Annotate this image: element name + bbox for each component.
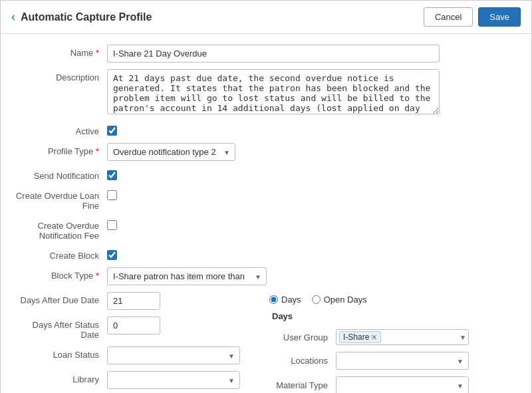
days-radio-group: Days Open Days — [269, 292, 518, 305]
block-type-control: I-Share patron has item more than 21 ▼ — [107, 267, 440, 285]
user-group-control: I-Share ✕ ▼ — [336, 329, 518, 345]
user-group-tag-input[interactable]: I-Share ✕ — [336, 329, 469, 345]
library-label: Library — [14, 371, 107, 384]
library-select-wrap: ▼ — [107, 371, 240, 389]
loan-status-select-wrap: ▼ — [107, 346, 240, 364]
user-group-tag: I-Share ✕ — [339, 331, 381, 343]
page-container: ‹ Automatic Capture Profile Cancel Save … — [0, 0, 532, 393]
open-days-radio[interactable] — [312, 295, 321, 304]
create-block-checkbox[interactable] — [107, 250, 117, 260]
material-type-control: ▼ — [336, 376, 518, 393]
create-block-control — [107, 247, 440, 260]
days-after-due-date-input[interactable] — [107, 292, 160, 310]
block-type-row: Block Type * I-Share patron has item mor… — [14, 267, 518, 285]
block-type-label: Block Type * — [14, 267, 107, 281]
page-title: Automatic Capture Profile — [21, 11, 152, 23]
send-notification-checkbox[interactable] — [107, 170, 117, 180]
create-block-label: Create Block — [14, 247, 107, 261]
loan-status-select[interactable] — [107, 346, 240, 364]
material-type-select[interactable] — [336, 376, 469, 393]
locations-select-wrap: ▼ — [336, 352, 469, 370]
days-after-status-date-row: Days After Status Date — [14, 317, 263, 340]
create-overdue-loan-fine-row: Create Overdue Loan Fine — [14, 188, 518, 211]
create-overdue-notification-fee-checkbox[interactable] — [107, 220, 117, 230]
save-button[interactable]: Save — [478, 7, 521, 27]
user-group-select-wrap: I-Share ✕ ▼ — [336, 329, 469, 345]
profile-type-select-wrap: Overdue notification type 1 Overdue noti… — [107, 143, 235, 161]
user-group-tag-remove[interactable]: ✕ — [371, 333, 377, 342]
create-block-row: Create Block — [14, 247, 518, 261]
header: ‹ Automatic Capture Profile Cancel Save — [1, 1, 531, 34]
send-notification-row: Send Notification — [14, 168, 518, 181]
active-row: Active — [14, 123, 518, 136]
loan-status-control: ▼ — [107, 346, 263, 364]
days-after-due-date-control — [107, 292, 263, 310]
days-radio-label[interactable]: Days — [269, 295, 301, 305]
name-control — [107, 45, 440, 63]
send-notification-control — [107, 168, 440, 180]
back-button[interactable]: ‹ — [11, 10, 15, 24]
days-after-status-date-control — [107, 317, 263, 334]
active-control — [107, 123, 440, 136]
create-overdue-loan-fine-control — [107, 188, 440, 200]
library-row: Library ▼ — [14, 371, 263, 389]
block-type-select-wrap: I-Share patron has item more than 21 ▼ — [107, 267, 267, 285]
profile-type-label: Profile Type * — [14, 143, 107, 156]
days-after-status-date-input[interactable] — [107, 317, 160, 334]
days-section-label: Days — [269, 311, 293, 321]
block-type-select[interactable]: I-Share patron has item more than 21 — [107, 267, 267, 285]
create-overdue-notification-fee-label: Create Overdue Notification Fee — [14, 217, 107, 241]
locations-label: Locations — [269, 356, 336, 366]
description-input[interactable]: At 21 days past due date, the second ove… — [107, 69, 440, 114]
cancel-button[interactable]: Cancel — [424, 7, 473, 27]
header-buttons: Cancel Save — [424, 7, 521, 27]
material-type-select-wrap: ▼ — [336, 376, 469, 393]
active-checkbox[interactable] — [107, 126, 117, 136]
locations-control: ▼ — [336, 352, 518, 370]
library-select[interactable] — [107, 371, 240, 389]
main-right: Days Open Days Days Us — [263, 292, 518, 393]
name-label: Name * — [14, 45, 107, 58]
locations-row: Locations ▼ — [269, 352, 518, 370]
user-group-label: User Group — [269, 332, 336, 342]
profile-type-control: Overdue notification type 1 Overdue noti… — [107, 143, 440, 161]
form-body: Name * Description At 21 days past due d… — [1, 34, 531, 393]
open-days-radio-label[interactable]: Open Days — [312, 295, 367, 305]
days-section-row: Days — [269, 311, 518, 325]
header-left: ‹ Automatic Capture Profile — [11, 10, 152, 24]
main-two-col: Days After Due Date Days After Status Da… — [14, 292, 518, 393]
name-input[interactable] — [107, 45, 440, 63]
create-overdue-notification-fee-row: Create Overdue Notification Fee — [14, 217, 518, 241]
profile-type-select[interactable]: Overdue notification type 1 Overdue noti… — [107, 143, 235, 161]
description-label: Description — [14, 69, 107, 82]
material-type-label: Material Type — [269, 380, 336, 390]
description-row: Description At 21 days past due date, th… — [14, 69, 518, 116]
active-label: Active — [14, 123, 107, 136]
create-overdue-loan-fine-checkbox[interactable] — [107, 190, 117, 200]
send-notification-label: Send Notification — [14, 168, 107, 181]
days-radio-row: Days Open Days — [269, 292, 518, 305]
main-left: Days After Due Date Days After Status Da… — [14, 292, 263, 393]
library-control: ▼ — [107, 371, 263, 389]
profile-type-row: Profile Type * Overdue notification type… — [14, 143, 518, 161]
user-group-row: User Group I-Share ✕ ▼ — [269, 329, 518, 345]
days-after-due-date-row: Days After Due Date — [14, 292, 263, 310]
days-after-due-date-label: Days After Due Date — [14, 292, 107, 305]
name-row: Name * — [14, 45, 518, 63]
description-control: At 21 days past due date, the second ove… — [107, 69, 440, 116]
days-radio-control: Days Open Days — [269, 292, 518, 305]
material-type-row: Material Type ▼ — [269, 376, 518, 393]
loan-status-row: Loan Status ▼ — [14, 346, 263, 364]
loan-status-label: Loan Status — [14, 346, 107, 360]
locations-select[interactable] — [336, 352, 469, 370]
days-after-status-date-label: Days After Status Date — [14, 317, 107, 340]
days-radio[interactable] — [269, 295, 278, 304]
create-overdue-notification-fee-control — [107, 217, 440, 230]
create-overdue-loan-fine-label: Create Overdue Loan Fine — [14, 188, 107, 211]
